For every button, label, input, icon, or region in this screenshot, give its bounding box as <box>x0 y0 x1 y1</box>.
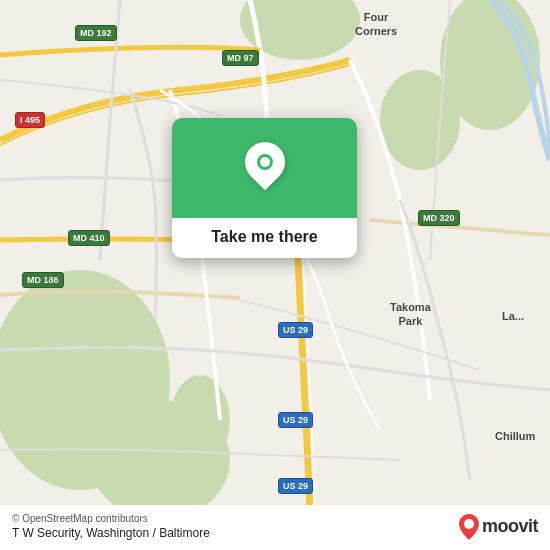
take-me-there-button[interactable]: Take me there <box>172 218 357 258</box>
svg-point-4 <box>380 70 460 170</box>
shield-md410: MD 410 <box>68 230 110 246</box>
moovit-brand-text: moovit <box>482 516 538 537</box>
shield-us29c: US 29 <box>278 478 313 494</box>
label-takoma-park: TakomaPark <box>390 300 431 329</box>
bottom-bar: © OpenStreetMap contributors T W Securit… <box>0 505 550 550</box>
label-la: La... <box>502 310 524 322</box>
svg-point-7 <box>464 519 474 529</box>
location-pin-icon <box>242 142 288 194</box>
map-container: MD 192 MD 97 I 495 MD 410 MD 186 US 29 U… <box>0 0 550 550</box>
shield-us29b: US 29 <box>278 412 313 428</box>
copyright-text: © OpenStreetMap contributors <box>12 513 210 524</box>
location-label: T W Security, Washington / Baltimore <box>12 526 210 540</box>
label-chillum: Chillum <box>495 430 535 442</box>
shield-i495: I 495 <box>15 112 45 128</box>
shield-md97: MD 97 <box>222 50 259 66</box>
shield-md186: MD 186 <box>22 272 64 288</box>
popup-green-header <box>172 118 357 218</box>
popup-card: Take me there <box>172 118 357 258</box>
shield-md320: MD 320 <box>418 210 460 226</box>
moovit-logo: moovit <box>459 514 538 540</box>
shield-us29a: US 29 <box>278 322 313 338</box>
label-four-corners: FourCorners <box>355 10 397 39</box>
moovit-pin-icon <box>459 514 479 540</box>
shield-md192: MD 192 <box>75 25 117 41</box>
map-roads-layer <box>0 0 550 550</box>
